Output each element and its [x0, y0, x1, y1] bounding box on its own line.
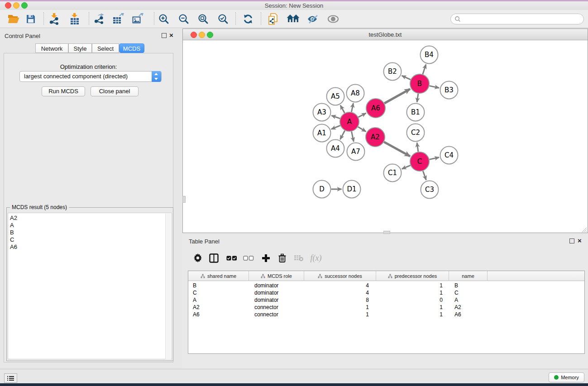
table-cell[interactable]: 1 [376, 311, 449, 318]
table-cell[interactable]: 4 [304, 289, 376, 296]
copy-layout-button[interactable] [266, 12, 282, 26]
network-window-titlebar[interactable]: testGlobe.txt [183, 29, 588, 40]
run-mcds-button[interactable]: Run MCDS [42, 86, 85, 96]
table-row[interactable]: A2connector11A2 [188, 304, 584, 311]
zoom-in-button[interactable] [156, 12, 172, 26]
graph-edge-A6-B[interactable] [384, 89, 410, 104]
mcds-result-item[interactable]: A6 [8, 243, 172, 251]
graph-node-A2[interactable]: A2 [366, 128, 385, 147]
graph-edge-C-C1[interactable] [402, 165, 411, 169]
graph-node-B2[interactable]: B2 [384, 63, 402, 81]
table-cell[interactable]: A2 [188, 304, 249, 311]
table-row[interactable]: Adominator80A [188, 296, 584, 304]
open-session-button[interactable] [5, 12, 22, 26]
table-cell[interactable]: 1 [304, 304, 376, 311]
network-canvas[interactable]: AA1A2A3A4A5A6A7A8BB1B2B3B4CC1C2C3C4DD1 [183, 40, 588, 233]
table-settings-button[interactable] [192, 252, 203, 264]
table-row[interactable]: Bdominator41B [188, 282, 584, 289]
graph-edge-B-B3[interactable] [430, 86, 439, 88]
column-header-predecessor-nodes[interactable]: predecessor nodes [376, 271, 449, 281]
table-cell[interactable]: A [449, 296, 488, 304]
graph-node-A[interactable]: A [340, 112, 359, 131]
table-cell[interactable]: C [188, 289, 249, 296]
graph-edge-A2-C[interactable] [384, 142, 410, 157]
graph-edge-B-B4[interactable] [423, 64, 426, 74]
table-row[interactable]: A6connector11A6 [188, 311, 584, 318]
column-header-MCDS-role[interactable]: MCDS role [249, 271, 304, 281]
graph-edge-B-B2[interactable] [402, 76, 411, 80]
splitter-grip[interactable] [182, 196, 186, 203]
mcds-result-item[interactable]: C [8, 236, 172, 243]
column-header-name[interactable]: name [449, 271, 488, 281]
graph-node-C[interactable]: C [410, 152, 429, 171]
table-cell[interactable]: dominator [249, 289, 304, 296]
graph-edge-C-C3[interactable] [423, 171, 426, 180]
table-cell[interactable]: B [188, 282, 249, 289]
delete-table-button[interactable] [292, 252, 305, 264]
graph-node-A5[interactable]: A5 [327, 88, 344, 105]
graph-edge-A-A2[interactable] [358, 127, 366, 131]
float-panel-icon[interactable] [162, 33, 167, 38]
export-table-button[interactable] [110, 12, 127, 26]
close-panel-icon[interactable]: × [169, 33, 173, 38]
graph-edge-A-A8[interactable] [351, 103, 353, 112]
float-panel-icon[interactable] [569, 238, 574, 243]
graph-node-A3[interactable]: A3 [313, 104, 331, 121]
select-all-button[interactable] [225, 252, 239, 264]
table-cell[interactable]: A6 [188, 311, 249, 318]
graph-edge-A-A4[interactable] [340, 130, 344, 139]
graph-node-C3[interactable]: C3 [421, 181, 439, 199]
table-cell[interactable]: connector [249, 304, 304, 311]
table-cell[interactable]: 1 [304, 311, 376, 318]
network-graph[interactable]: AA1A2A3A4A5A6A7A8BB1B2B3B4CC1C2C3C4DD1 [183, 40, 588, 233]
import-network-button[interactable] [46, 12, 62, 26]
function-builder-button[interactable]: f(x) [308, 252, 324, 264]
table-cell[interactable]: 0 [376, 296, 449, 304]
graph-edge-B-B1[interactable] [417, 94, 418, 102]
scrollbar[interactable] [165, 214, 171, 359]
hide-details-button[interactable] [305, 12, 321, 26]
graph-node-A1[interactable]: A1 [313, 124, 331, 142]
graph-node-D[interactable]: D [313, 181, 331, 198]
search-input[interactable] [461, 14, 583, 24]
table-cell[interactable]: A6 [449, 311, 488, 318]
graph-node-D1[interactable]: D1 [343, 181, 361, 198]
graph-node-A8[interactable]: A8 [347, 85, 364, 102]
optimization-criterion-select[interactable]: largest connected component (directed) [19, 71, 162, 82]
graph-node-B3[interactable]: B3 [440, 81, 458, 99]
zoom-out-button[interactable] [176, 12, 192, 26]
refresh-button[interactable] [240, 12, 256, 26]
preview-eye-button[interactable] [325, 12, 341, 26]
mcds-result-item[interactable]: A2 [8, 214, 172, 222]
graph-node-B1[interactable]: B1 [407, 104, 425, 121]
mcds-result-item[interactable]: A [8, 222, 172, 229]
resize-grip-icon[interactable] [581, 227, 587, 233]
zoom-fit-button[interactable] [195, 12, 211, 26]
tab-style[interactable]: Style [68, 43, 92, 53]
close-panel-button[interactable]: Close panel [91, 86, 139, 96]
graph-node-A7[interactable]: A7 [347, 143, 365, 161]
export-network-button[interactable] [91, 12, 108, 26]
toggle-panes-button[interactable] [208, 252, 220, 264]
column-header-shared-name[interactable]: shared name [188, 271, 249, 281]
graph-edge-C-C2[interactable] [417, 143, 418, 152]
export-image-button[interactable] [130, 12, 146, 26]
mcds-result-list[interactable]: A2ABCA6 [8, 213, 172, 359]
deselect-all-button[interactable] [242, 252, 255, 264]
splitter-grip[interactable] [383, 231, 390, 234]
column-header-successor-nodes[interactable]: successor nodes [304, 271, 376, 281]
close-panel-icon[interactable]: × [578, 238, 582, 243]
task-history-button[interactable] [4, 373, 17, 383]
graph-node-A6[interactable]: A6 [366, 99, 385, 118]
graph-edge-A-A1[interactable] [331, 125, 340, 129]
graph-edge-A-A7[interactable] [352, 132, 354, 142]
graph-node-C2[interactable]: C2 [407, 124, 425, 142]
graph-node-C1[interactable]: C1 [384, 164, 402, 182]
save-session-button[interactable] [23, 12, 39, 26]
import-table-button[interactable] [67, 12, 83, 26]
zoom-selected-button[interactable] [215, 12, 231, 26]
graph-edge-A-A3[interactable] [331, 115, 340, 119]
tab-mcds[interactable]: MCDS [119, 43, 144, 53]
table-row[interactable]: Cdominator41C [188, 289, 584, 296]
search-field[interactable] [450, 14, 584, 24]
